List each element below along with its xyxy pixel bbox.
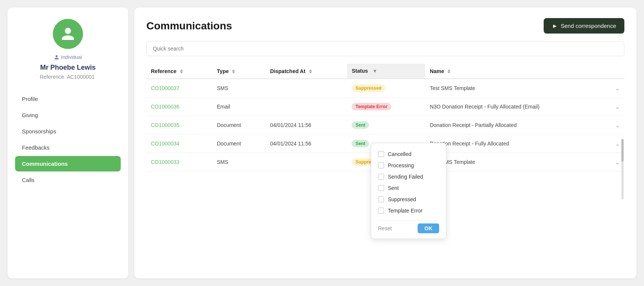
filter-option-suppressed[interactable]: Suppressed bbox=[378, 194, 439, 205]
status-badge: Sent bbox=[352, 140, 369, 147]
status-badge: Suppressed bbox=[352, 84, 385, 92]
filter-option-label: Sent bbox=[388, 185, 399, 191]
cell-reference: CO1000036 bbox=[146, 98, 212, 116]
sidebar-item-giving[interactable]: Giving bbox=[15, 107, 121, 123]
table-wrap: Reference Type Dispatched bbox=[146, 64, 624, 268]
search-input[interactable] bbox=[146, 41, 624, 56]
status-filter-button[interactable]: ▼ bbox=[371, 67, 379, 75]
filter-checkbox-sent[interactable] bbox=[378, 185, 384, 191]
filter-options: Cancelled Processing Sending Failed Sent… bbox=[378, 148, 439, 216]
cell-reference: CO1000033 bbox=[146, 153, 212, 171]
reference-value: AC1000001 bbox=[67, 74, 95, 80]
cell-dispatched-at: 04/01/2024 11:56 bbox=[266, 116, 347, 135]
individual-badge: Individual bbox=[54, 54, 82, 60]
reference-link[interactable]: CO1000034 bbox=[151, 141, 180, 147]
table-row: CO1000035 Document 04/01/2024 11:56 Sent… bbox=[146, 116, 624, 135]
sidebar-item-communications[interactable]: Communications bbox=[15, 156, 121, 171]
cell-name: Test SMS Template ⌄ bbox=[425, 79, 624, 98]
person-icon bbox=[60, 26, 75, 41]
reference-link[interactable]: CO1000036 bbox=[151, 104, 180, 110]
col-dispatched-at-label: Dispatched At bbox=[270, 68, 306, 74]
filter-option-cancelled[interactable]: Cancelled bbox=[378, 148, 439, 160]
reference-link[interactable]: CO1000037 bbox=[151, 85, 180, 91]
cell-type: Document bbox=[212, 116, 266, 135]
cell-status: Suppressed bbox=[347, 79, 425, 98]
filter-option-template_error[interactable]: Template Error bbox=[378, 205, 439, 216]
reference-label: Reference bbox=[40, 74, 64, 80]
cell-status: Template Error bbox=[347, 98, 425, 116]
col-name[interactable]: Name bbox=[425, 64, 624, 79]
sidebar-item-profile[interactable]: Profile bbox=[15, 91, 121, 107]
sidebar-item-sponsorships[interactable]: Sponsorships bbox=[15, 124, 121, 139]
reference-link[interactable]: CO1000033 bbox=[151, 159, 180, 165]
main-content: Communications ► Send correspondence Ref… bbox=[128, 0, 644, 286]
cell-type: SMS bbox=[212, 79, 266, 98]
status-badge: Template Error bbox=[352, 103, 391, 110]
table-row: CO1000036 Email Template Error N3O Donat… bbox=[146, 98, 624, 116]
cell-name: Donation Receipt - Fully Allocated ⌄ bbox=[425, 135, 624, 153]
type-sort-icon bbox=[232, 69, 235, 73]
avatar bbox=[53, 19, 83, 49]
col-type[interactable]: Type bbox=[212, 64, 266, 79]
chevron-down-icon[interactable]: ⌄ bbox=[615, 140, 620, 147]
cell-status: Sent bbox=[347, 116, 425, 135]
reference-link[interactable]: CO1000035 bbox=[151, 122, 180, 128]
nav-list: ProfileGivingSponsorshipsFeedbacksCommun… bbox=[15, 91, 121, 188]
cell-type: Email bbox=[212, 98, 266, 116]
filter-reset-button[interactable]: Reset bbox=[378, 225, 392, 231]
filter-checkbox-sending_failed[interactable] bbox=[378, 174, 384, 180]
page-header: Communications ► Send correspondence bbox=[146, 18, 624, 34]
col-reference[interactable]: Reference bbox=[146, 64, 212, 79]
cell-name: N3O Donation Receipt - Fully Allocated (… bbox=[425, 98, 624, 116]
col-reference-label: Reference bbox=[151, 68, 177, 74]
cell-dispatched-at bbox=[266, 79, 347, 98]
filter-option-label: Sending Failed bbox=[388, 174, 423, 180]
filter-checkbox-cancelled[interactable] bbox=[378, 151, 384, 157]
col-dispatched-at[interactable]: Dispatched At bbox=[266, 64, 347, 79]
name-sort-icon bbox=[447, 69, 450, 73]
filter-ok-button[interactable]: OK bbox=[418, 223, 439, 233]
individual-icon bbox=[54, 55, 59, 60]
filter-option-processing[interactable]: Processing bbox=[378, 160, 439, 171]
cell-dispatched-at: 04/01/2024 11:56 bbox=[266, 135, 347, 153]
send-btn-label: Send correspondence bbox=[561, 23, 616, 29]
page-title: Communications bbox=[146, 20, 232, 32]
cell-dispatched-at bbox=[266, 153, 347, 171]
filter-checkbox-template_error[interactable] bbox=[378, 208, 384, 214]
cell-reference: CO1000035 bbox=[146, 116, 212, 135]
reference-sort-icon bbox=[180, 69, 183, 73]
filter-option-label: Suppressed bbox=[388, 196, 416, 202]
filter-option-sent[interactable]: Sent bbox=[378, 182, 439, 194]
person-reference: Reference AC1000001 bbox=[40, 74, 96, 80]
col-status[interactable]: Status ▼ bbox=[347, 64, 425, 79]
chevron-down-icon[interactable]: ⌄ bbox=[615, 103, 620, 110]
chevron-down-icon[interactable]: ⌄ bbox=[615, 122, 620, 129]
send-correspondence-button[interactable]: ► Send correspondence bbox=[544, 18, 624, 34]
status-badge: Sent bbox=[352, 121, 369, 129]
sidebar-item-calls[interactable]: Calls bbox=[15, 172, 121, 188]
filter-checkbox-processing[interactable] bbox=[378, 162, 384, 168]
cell-name: Test SMS Template ⌄ bbox=[425, 153, 624, 171]
dispatched-sort-icon bbox=[309, 69, 312, 73]
template-name: Donation Receipt - Partially Allocated bbox=[430, 122, 516, 128]
filter-checkbox-suppressed[interactable] bbox=[378, 196, 384, 202]
cell-reference: CO1000037 bbox=[146, 79, 212, 98]
col-status-label: Status bbox=[352, 68, 368, 74]
sidebar: Individual Mr Phoebe Lewis Reference AC1… bbox=[8, 8, 128, 278]
filter-option-label: Template Error bbox=[388, 208, 423, 214]
filter-option-label: Cancelled bbox=[388, 151, 411, 157]
col-type-label: Type bbox=[217, 68, 229, 74]
person-name: Mr Phoebe Lewis bbox=[40, 64, 95, 72]
sidebar-item-feedbacks[interactable]: Feedbacks bbox=[15, 140, 121, 155]
table-header: Reference Type Dispatched bbox=[146, 64, 624, 79]
template-name: Test SMS Template bbox=[430, 85, 475, 91]
chevron-down-icon[interactable]: ⌄ bbox=[615, 85, 620, 92]
template-name: N3O Donation Receipt - Fully Allocated (… bbox=[430, 104, 539, 110]
filter-option-label: Processing bbox=[388, 162, 414, 168]
filter-option-sending_failed[interactable]: Sending Failed bbox=[378, 171, 439, 182]
table-scrollbar[interactable] bbox=[621, 139, 624, 199]
col-name-label: Name bbox=[430, 68, 444, 74]
chevron-down-icon[interactable]: ⌄ bbox=[615, 159, 620, 166]
send-icon: ► bbox=[552, 23, 558, 29]
cell-dispatched-at bbox=[266, 98, 347, 116]
